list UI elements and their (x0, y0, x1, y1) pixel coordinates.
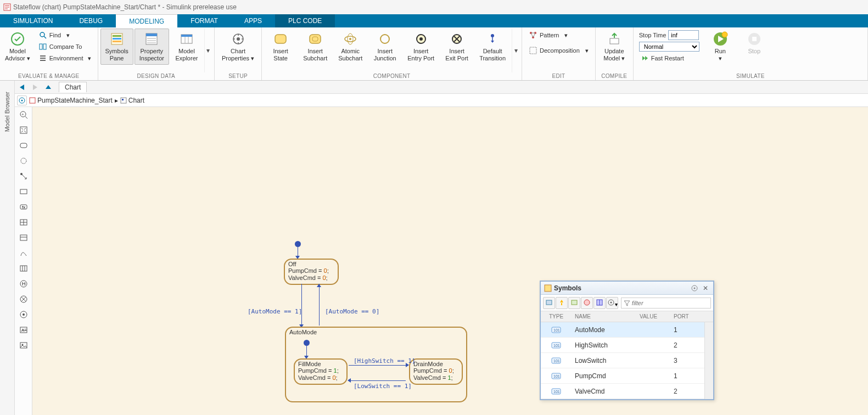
connector[interactable] (306, 346, 307, 357)
run-button[interactable]: Run▾ (704, 29, 737, 65)
crumb-chart[interactable]: Chart (120, 97, 144, 104)
nav-back-button[interactable] (16, 82, 28, 93)
environment-button[interactable]: Environment▾ (35, 53, 94, 64)
component-more-button[interactable]: ▾ (512, 29, 519, 72)
nav-up-button[interactable] (42, 82, 54, 93)
symbols-row[interactable]: 101AutoMode1 (541, 322, 704, 338)
state-off[interactable]: Off PumpCmd = 0;ValveCmd = 0; (284, 259, 339, 285)
tab-simulation[interactable]: SIMULATION (0, 14, 66, 27)
canvas[interactable]: Off PumpCmd = 0;ValveCmd = 0; [AutoMode … (32, 107, 868, 415)
symbols-titlebar[interactable]: Symbols ✕ (541, 282, 713, 295)
sym-tb-btn3[interactable] (568, 297, 580, 309)
update-model-button[interactable]: Update Model ▾ (598, 29, 631, 65)
symbols-minimize-button[interactable] (690, 284, 699, 293)
symbols-row[interactable]: 101LowSwitch3 (541, 353, 704, 368)
atomic-subchart-button[interactable]: Atomic Subchart (333, 29, 367, 65)
palette-matlabfn-button[interactable] (17, 262, 30, 275)
sym-tb-btn6[interactable]: ▾ (606, 297, 618, 309)
find-button[interactable]: Find▾ (35, 30, 94, 41)
svg-point-34 (491, 34, 494, 37)
sym-port: 2 (670, 384, 696, 399)
tab-modeling[interactable]: MODELING (116, 14, 177, 27)
nav-forward-button[interactable] (29, 82, 41, 93)
decomposition-button[interactable]: Decomposition▾ (525, 45, 592, 56)
ribbon-label-design: DESIGN DATA (100, 72, 212, 80)
model-browser-tab[interactable]: Model Browser (0, 81, 15, 415)
sim-mode-select[interactable]: Normal (639, 42, 699, 52)
nav-tab-chart[interactable]: Chart (59, 82, 87, 92)
chart-properties-button[interactable]: Chart Properties ▾ (217, 29, 259, 65)
connector[interactable] (349, 380, 406, 381)
compare-button[interactable]: Compare To (35, 41, 94, 52)
sym-hdr-port[interactable]: PORT (670, 311, 696, 322)
symbols-row[interactable]: 101HighSwitch2 (541, 338, 704, 353)
property-inspector-button[interactable]: Property Inspector (135, 29, 169, 65)
palette-fitscreen-button[interactable] (17, 124, 30, 137)
sym-tb-btn1[interactable] (543, 297, 555, 309)
symbols-close-button[interactable]: ✕ (701, 284, 710, 293)
palette-annotation-button[interactable]: A≡ (17, 323, 30, 337)
state-fillmode[interactable]: FillMode PumpCmd = 1;ValveCmd = 0; (294, 358, 348, 385)
sym-tb-btn4[interactable] (581, 297, 593, 309)
palette-simfn-button[interactable] (17, 216, 30, 229)
default-transition-dot-off[interactable] (295, 241, 301, 247)
sym-hdr-name[interactable]: NAME (572, 311, 636, 322)
insert-subchart-button[interactable]: Insert Subchart (298, 29, 332, 65)
insert-junction-button[interactable]: Insert Junction (368, 29, 401, 65)
symbols-row[interactable]: 101PumpCmd1 (541, 368, 704, 384)
pattern-button[interactable]: Pattern▾ (525, 30, 592, 41)
transition-label-automatic-off[interactable]: [AutoMode == 0] (325, 308, 379, 315)
palette-connective-button[interactable] (17, 293, 30, 306)
model-advisor-button[interactable]: Model Advisor ▾ (2, 29, 33, 65)
symbols-filter[interactable] (621, 298, 711, 309)
palette-entryport-button[interactable] (17, 308, 30, 321)
default-transition-dot-fill[interactable] (304, 340, 310, 346)
stoptime-input[interactable] (668, 30, 699, 40)
symbols-panel[interactable]: Symbols ✕ ▾ TYPE NAME VALUE PO (540, 281, 714, 400)
palette-fit-button[interactable]: + (17, 108, 30, 121)
svg-rect-47 (30, 98, 35, 103)
insert-exit-port-button[interactable]: Insert Exit Port (440, 29, 473, 65)
crumb-target-button[interactable] (17, 96, 27, 105)
sym-hdr-type[interactable]: TYPE (541, 311, 572, 322)
tab-apps[interactable]: APPS (231, 14, 275, 27)
transition-label-highswitch[interactable]: [HighSwitch == 1] (354, 357, 416, 364)
sym-tb-btn5[interactable] (593, 297, 606, 309)
ribbon-group-edit: Pattern▾ Decomposition▾ EDIT (522, 27, 596, 80)
tab-plc-code[interactable]: PLC CODE (275, 14, 335, 27)
crumb-model[interactable]: PumpStateMachine_Start (29, 97, 113, 104)
model-icon (29, 97, 36, 104)
palette-truthtable-button[interactable] (17, 231, 30, 244)
symbols-filter-input[interactable] (632, 300, 708, 306)
symbols-scrollbar[interactable] (704, 322, 713, 399)
default-transition-button[interactable]: Default Transition (474, 29, 511, 65)
transition-label-lowswitch[interactable]: [LowSwitch == 1] (354, 383, 412, 390)
model-explorer-button[interactable]: Model Explorer (170, 29, 203, 65)
fast-restart-button[interactable]: Fast Restart (637, 53, 702, 64)
tab-debug[interactable]: DEBUG (66, 14, 116, 27)
tab-format[interactable]: FORMAT (177, 14, 231, 27)
palette-junction-button[interactable] (17, 154, 30, 167)
symbols-row[interactable]: 101ValveCmd2 (541, 384, 704, 399)
design-data-more-button[interactable]: ▾ (204, 29, 212, 72)
connector[interactable] (349, 365, 406, 366)
stop-button[interactable]: Stop (738, 29, 771, 58)
palette-state-button[interactable] (17, 139, 30, 152)
palette-box-button[interactable] (17, 185, 30, 198)
symbols-pane-button[interactable]: Symbols Pane (100, 29, 133, 65)
insert-entry-port-button[interactable]: Insert Entry Port (402, 29, 439, 65)
palette-history-button[interactable]: H (17, 277, 30, 290)
sym-tb-btn2[interactable] (556, 297, 568, 309)
transition-label-automatic-on[interactable]: [AutoMode == 1] (248, 308, 302, 315)
sym-value (636, 368, 670, 383)
connector[interactable] (319, 284, 320, 326)
palette-image-button[interactable] (17, 339, 30, 352)
sym-value (636, 322, 670, 337)
insert-state-button[interactable]: Insert State (264, 29, 297, 65)
palette-transition-button[interactable] (17, 170, 30, 183)
state-drainmode[interactable]: DrainMode PumpCmd = 0;ValveCmd = 1; (409, 358, 463, 385)
palette-graphfn-button[interactable] (17, 246, 30, 260)
sym-hdr-value[interactable]: VALUE (636, 311, 670, 322)
palette-function-button[interactable]: fx (17, 200, 30, 214)
connector[interactable] (301, 284, 302, 326)
